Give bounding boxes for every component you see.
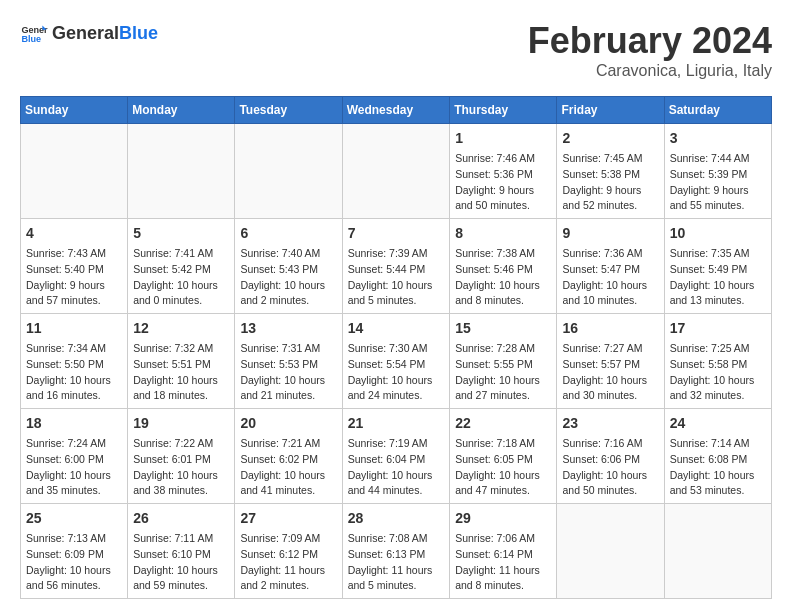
calendar-cell: 9Sunrise: 7:36 AMSunset: 5:47 PMDaylight… <box>557 219 664 314</box>
day-detail: Sunrise: 7:27 AMSunset: 5:57 PMDaylight:… <box>562 341 658 404</box>
calendar-cell: 20Sunrise: 7:21 AMSunset: 6:02 PMDayligh… <box>235 409 342 504</box>
calendar-cell: 1Sunrise: 7:46 AMSunset: 5:36 PMDaylight… <box>450 124 557 219</box>
calendar-cell: 11Sunrise: 7:34 AMSunset: 5:50 PMDayligh… <box>21 314 128 409</box>
day-number: 6 <box>240 223 336 244</box>
day-number: 8 <box>455 223 551 244</box>
calendar-cell: 13Sunrise: 7:31 AMSunset: 5:53 PMDayligh… <box>235 314 342 409</box>
day-detail: Sunrise: 7:40 AMSunset: 5:43 PMDaylight:… <box>240 246 336 309</box>
logo-icon: General Blue <box>20 20 48 48</box>
day-detail: Sunrise: 7:32 AMSunset: 5:51 PMDaylight:… <box>133 341 229 404</box>
day-detail: Sunrise: 7:16 AMSunset: 6:06 PMDaylight:… <box>562 436 658 499</box>
day-number: 20 <box>240 413 336 434</box>
day-number: 7 <box>348 223 445 244</box>
day-detail: Sunrise: 7:21 AMSunset: 6:02 PMDaylight:… <box>240 436 336 499</box>
logo: General Blue GeneralBlue <box>20 20 158 48</box>
page-header: General Blue GeneralBlue February 2024 C… <box>20 20 772 80</box>
day-number: 22 <box>455 413 551 434</box>
day-detail: Sunrise: 7:19 AMSunset: 6:04 PMDaylight:… <box>348 436 445 499</box>
logo-blue: Blue <box>119 23 158 43</box>
day-number: 4 <box>26 223 122 244</box>
calendar-cell: 6Sunrise: 7:40 AMSunset: 5:43 PMDaylight… <box>235 219 342 314</box>
day-number: 1 <box>455 128 551 149</box>
calendar-cell: 4Sunrise: 7:43 AMSunset: 5:40 PMDaylight… <box>21 219 128 314</box>
calendar-cell <box>342 124 450 219</box>
location: Caravonica, Liguria, Italy <box>528 62 772 80</box>
day-detail: Sunrise: 7:39 AMSunset: 5:44 PMDaylight:… <box>348 246 445 309</box>
day-number: 14 <box>348 318 445 339</box>
day-number: 24 <box>670 413 766 434</box>
day-number: 27 <box>240 508 336 529</box>
calendar-cell: 25Sunrise: 7:13 AMSunset: 6:09 PMDayligh… <box>21 504 128 599</box>
day-detail: Sunrise: 7:24 AMSunset: 6:00 PMDaylight:… <box>26 436 122 499</box>
calendar-cell: 28Sunrise: 7:08 AMSunset: 6:13 PMDayligh… <box>342 504 450 599</box>
day-number: 12 <box>133 318 229 339</box>
weekday-header-thursday: Thursday <box>450 97 557 124</box>
week-row-1: 4Sunrise: 7:43 AMSunset: 5:40 PMDaylight… <box>21 219 772 314</box>
day-detail: Sunrise: 7:18 AMSunset: 6:05 PMDaylight:… <box>455 436 551 499</box>
calendar-cell: 17Sunrise: 7:25 AMSunset: 5:58 PMDayligh… <box>664 314 771 409</box>
day-detail: Sunrise: 7:44 AMSunset: 5:39 PMDaylight:… <box>670 151 766 214</box>
day-detail: Sunrise: 7:41 AMSunset: 5:42 PMDaylight:… <box>133 246 229 309</box>
weekday-header-tuesday: Tuesday <box>235 97 342 124</box>
week-row-3: 18Sunrise: 7:24 AMSunset: 6:00 PMDayligh… <box>21 409 772 504</box>
week-row-0: 1Sunrise: 7:46 AMSunset: 5:36 PMDaylight… <box>21 124 772 219</box>
day-number: 29 <box>455 508 551 529</box>
day-detail: Sunrise: 7:30 AMSunset: 5:54 PMDaylight:… <box>348 341 445 404</box>
calendar-cell: 23Sunrise: 7:16 AMSunset: 6:06 PMDayligh… <box>557 409 664 504</box>
calendar-cell: 8Sunrise: 7:38 AMSunset: 5:46 PMDaylight… <box>450 219 557 314</box>
day-detail: Sunrise: 7:45 AMSunset: 5:38 PMDaylight:… <box>562 151 658 214</box>
svg-text:Blue: Blue <box>21 34 41 44</box>
week-row-4: 25Sunrise: 7:13 AMSunset: 6:09 PMDayligh… <box>21 504 772 599</box>
calendar-table: SundayMondayTuesdayWednesdayThursdayFrid… <box>20 96 772 599</box>
day-detail: Sunrise: 7:34 AMSunset: 5:50 PMDaylight:… <box>26 341 122 404</box>
logo-general: General <box>52 23 119 43</box>
day-number: 19 <box>133 413 229 434</box>
calendar-cell: 26Sunrise: 7:11 AMSunset: 6:10 PMDayligh… <box>128 504 235 599</box>
day-number: 17 <box>670 318 766 339</box>
calendar-cell: 3Sunrise: 7:44 AMSunset: 5:39 PMDaylight… <box>664 124 771 219</box>
day-number: 3 <box>670 128 766 149</box>
weekday-header-friday: Friday <box>557 97 664 124</box>
day-detail: Sunrise: 7:14 AMSunset: 6:08 PMDaylight:… <box>670 436 766 499</box>
calendar-cell: 24Sunrise: 7:14 AMSunset: 6:08 PMDayligh… <box>664 409 771 504</box>
calendar-cell: 12Sunrise: 7:32 AMSunset: 5:51 PMDayligh… <box>128 314 235 409</box>
weekday-header-monday: Monday <box>128 97 235 124</box>
calendar-cell: 15Sunrise: 7:28 AMSunset: 5:55 PMDayligh… <box>450 314 557 409</box>
calendar-cell: 21Sunrise: 7:19 AMSunset: 6:04 PMDayligh… <box>342 409 450 504</box>
calendar-cell: 16Sunrise: 7:27 AMSunset: 5:57 PMDayligh… <box>557 314 664 409</box>
day-number: 13 <box>240 318 336 339</box>
title-block: February 2024 Caravonica, Liguria, Italy <box>528 20 772 80</box>
weekday-header-wednesday: Wednesday <box>342 97 450 124</box>
calendar-cell: 29Sunrise: 7:06 AMSunset: 6:14 PMDayligh… <box>450 504 557 599</box>
day-detail: Sunrise: 7:38 AMSunset: 5:46 PMDaylight:… <box>455 246 551 309</box>
weekday-header-row: SundayMondayTuesdayWednesdayThursdayFrid… <box>21 97 772 124</box>
day-detail: Sunrise: 7:31 AMSunset: 5:53 PMDaylight:… <box>240 341 336 404</box>
day-number: 10 <box>670 223 766 244</box>
day-number: 16 <box>562 318 658 339</box>
day-detail: Sunrise: 7:46 AMSunset: 5:36 PMDaylight:… <box>455 151 551 214</box>
day-number: 11 <box>26 318 122 339</box>
calendar-cell <box>557 504 664 599</box>
calendar-cell: 22Sunrise: 7:18 AMSunset: 6:05 PMDayligh… <box>450 409 557 504</box>
day-detail: Sunrise: 7:43 AMSunset: 5:40 PMDaylight:… <box>26 246 122 309</box>
day-detail: Sunrise: 7:35 AMSunset: 5:49 PMDaylight:… <box>670 246 766 309</box>
calendar-cell: 7Sunrise: 7:39 AMSunset: 5:44 PMDaylight… <box>342 219 450 314</box>
calendar-cell: 18Sunrise: 7:24 AMSunset: 6:00 PMDayligh… <box>21 409 128 504</box>
day-number: 28 <box>348 508 445 529</box>
week-row-2: 11Sunrise: 7:34 AMSunset: 5:50 PMDayligh… <box>21 314 772 409</box>
calendar-cell <box>128 124 235 219</box>
day-detail: Sunrise: 7:11 AMSunset: 6:10 PMDaylight:… <box>133 531 229 594</box>
day-detail: Sunrise: 7:25 AMSunset: 5:58 PMDaylight:… <box>670 341 766 404</box>
calendar-cell: 19Sunrise: 7:22 AMSunset: 6:01 PMDayligh… <box>128 409 235 504</box>
calendar-cell <box>664 504 771 599</box>
calendar-cell <box>235 124 342 219</box>
day-number: 21 <box>348 413 445 434</box>
day-detail: Sunrise: 7:28 AMSunset: 5:55 PMDaylight:… <box>455 341 551 404</box>
calendar-cell: 5Sunrise: 7:41 AMSunset: 5:42 PMDaylight… <box>128 219 235 314</box>
day-detail: Sunrise: 7:09 AMSunset: 6:12 PMDaylight:… <box>240 531 336 594</box>
day-detail: Sunrise: 7:36 AMSunset: 5:47 PMDaylight:… <box>562 246 658 309</box>
day-number: 2 <box>562 128 658 149</box>
calendar-cell: 2Sunrise: 7:45 AMSunset: 5:38 PMDaylight… <box>557 124 664 219</box>
month-title: February 2024 <box>528 20 772 62</box>
calendar-cell: 27Sunrise: 7:09 AMSunset: 6:12 PMDayligh… <box>235 504 342 599</box>
